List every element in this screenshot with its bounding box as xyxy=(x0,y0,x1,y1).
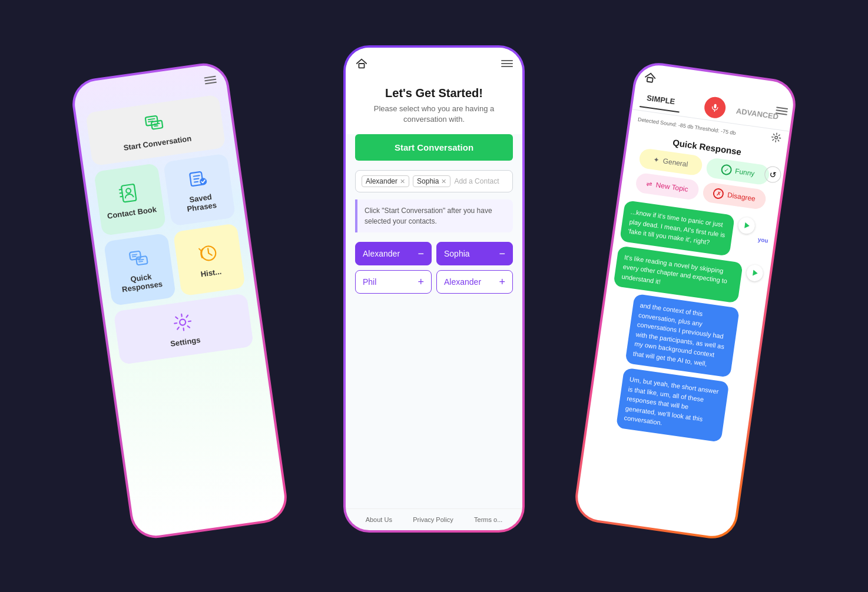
contact-name-alexander: Alexander xyxy=(366,177,397,185)
chat-message-4: Um, but yeah, the short answer is that l… xyxy=(615,368,729,443)
tab-simple[interactable]: SIMPLE xyxy=(640,88,682,112)
general-label: General xyxy=(662,157,688,168)
svg-rect-19 xyxy=(714,104,717,109)
middle-title: Let's Get Started! xyxy=(357,87,511,100)
contact-tag-sophia[interactable]: Sophia ✕ xyxy=(413,175,450,187)
saved-phrases-label: Saved Phrases xyxy=(175,191,227,215)
privacy-policy-link[interactable]: Privacy Policy xyxy=(413,516,453,523)
new-topic-btn[interactable]: ⇌ New Topic xyxy=(635,172,700,201)
middle-header xyxy=(346,48,522,75)
middle-phone: Let's Get Started! Please select who you… xyxy=(341,43,527,535)
middle-subtitle: Please select who you are having a conve… xyxy=(357,104,511,125)
contact-btn-label-2: Alexander xyxy=(444,277,481,287)
svg-point-21 xyxy=(775,136,778,139)
mic-button[interactable] xyxy=(703,95,727,119)
you-label: you xyxy=(757,236,768,244)
gear-icon[interactable] xyxy=(770,132,783,145)
about-us-link[interactable]: About Us xyxy=(366,516,392,523)
add-phil-btn[interactable]: + xyxy=(418,277,424,287)
contact-book-label: Contact Book xyxy=(107,205,157,221)
settings-item[interactable]: Settings xyxy=(114,293,254,365)
quick-responses-item[interactable]: Quick Responses xyxy=(104,233,176,306)
deselect-sophia-btn[interactable]: − xyxy=(499,248,505,259)
middle-hamburger-icon[interactable] xyxy=(501,60,513,67)
svg-line-10 xyxy=(120,196,122,197)
contact-btn-sophia-label: Sophia xyxy=(444,249,470,258)
saved-phrases-item[interactable]: Saved Phrases xyxy=(163,153,236,226)
remove-sophia-btn[interactable]: ✕ xyxy=(441,178,446,185)
settings-label: Settings xyxy=(170,335,201,348)
contacts-input[interactable]: Alexander ✕ Sophia ✕ Add a Contact xyxy=(355,170,513,192)
svg-rect-17 xyxy=(359,64,364,68)
disagree-icon: ✗ xyxy=(713,188,724,199)
chat-message-3: and the context of this conversation, pl… xyxy=(625,294,740,378)
general-icon: ✦ xyxy=(653,155,660,164)
phones-container: Start Conversation xyxy=(81,31,787,561)
contacts-grid: Alexander − Sophia − Phil + Alexander xyxy=(346,242,522,294)
svg-point-16 xyxy=(180,319,186,325)
history-item[interactable]: Hist... xyxy=(173,223,246,296)
hint-text: Click "Start Conversation" after you hav… xyxy=(365,205,506,227)
home-icon[interactable] xyxy=(355,57,368,70)
svg-line-4 xyxy=(154,124,160,125)
hint-box: Click "Start Conversation" after you hav… xyxy=(355,199,513,232)
chat-area: ...know if it's time to panic or just pl… xyxy=(575,195,777,539)
left-phone: Start Conversation xyxy=(67,58,293,544)
quick-responses-label: Quick Responses xyxy=(115,270,167,295)
start-conversation-label: Start Conversation xyxy=(123,134,192,152)
left-nav-grid: Start Conversation xyxy=(85,94,254,365)
play-btn-1[interactable] xyxy=(737,216,756,235)
contact-btn-label: Alexander xyxy=(363,249,400,258)
history-label: Hist... xyxy=(200,267,222,278)
contact-btn-alexander-2[interactable]: Alexander + xyxy=(436,270,513,294)
middle-title-section: Let's Get Started! Please select who you… xyxy=(346,75,522,134)
disagree-label: Disagree xyxy=(727,191,756,203)
contact-name-sophia: Sophia xyxy=(417,177,439,185)
deselect-alexander-btn[interactable]: − xyxy=(418,248,424,259)
svg-line-8 xyxy=(119,189,121,189)
start-conversation-item[interactable]: Start Conversation xyxy=(85,94,226,166)
hamburger-icon[interactable] xyxy=(204,76,217,85)
contact-tag-alexander[interactable]: Alexander ✕ xyxy=(362,175,409,187)
menu-icon[interactable] xyxy=(776,107,788,115)
svg-rect-14 xyxy=(136,256,148,265)
middle-footer: About Us Privacy Policy Terms o... xyxy=(346,508,522,530)
svg-rect-13 xyxy=(129,251,141,260)
svg-point-7 xyxy=(125,188,131,193)
add-alexander-2-btn[interactable]: + xyxy=(499,277,505,287)
remove-alexander-btn[interactable]: ✕ xyxy=(400,178,405,185)
terms-link[interactable]: Terms o... xyxy=(474,516,502,523)
contact-btn-phil[interactable]: Phil + xyxy=(355,270,432,294)
contact-btn-alexander-1[interactable]: Alexander − xyxy=(355,242,432,265)
svg-line-5 xyxy=(154,126,158,127)
contact-btn-sophia[interactable]: Sophia − xyxy=(436,242,513,265)
new-topic-label: New Topic xyxy=(655,181,689,194)
contact-book-item[interactable]: Contact Book xyxy=(94,163,166,236)
svg-rect-18 xyxy=(647,77,653,82)
play-btn-2[interactable] xyxy=(745,264,764,282)
svg-line-1 xyxy=(148,119,155,120)
add-contact-placeholder: Add a Contact xyxy=(454,177,499,185)
disagree-btn[interactable]: ✗ Disagree xyxy=(702,182,767,211)
start-conversation-button[interactable]: Start Conversation xyxy=(355,134,513,161)
contact-btn-phil-label: Phil xyxy=(363,277,376,287)
funny-icon: ✓ xyxy=(720,164,732,175)
new-topic-icon: ⇌ xyxy=(646,179,653,188)
funny-label: Funny xyxy=(734,167,755,178)
svg-line-9 xyxy=(120,192,122,193)
right-home-icon[interactable] xyxy=(643,71,658,85)
right-phone: SIMPLE ADVANCED xyxy=(569,57,801,544)
